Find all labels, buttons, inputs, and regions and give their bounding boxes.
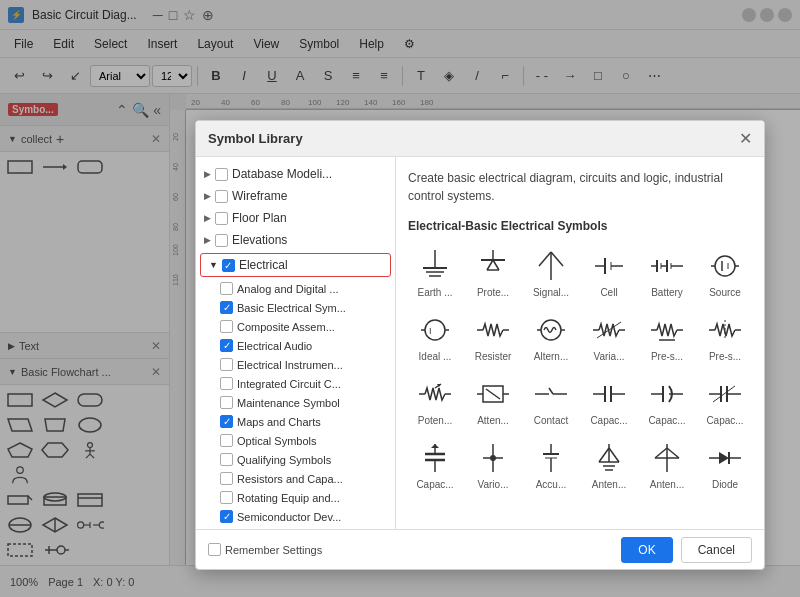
capac2-icon — [645, 375, 689, 413]
lib-sub-semiconductor[interactable]: ✓ Semiconductor Dev... — [196, 507, 395, 526]
remember-settings-checkbox[interactable] — [208, 543, 221, 556]
earth-label: Earth ... — [417, 287, 452, 299]
symbol-accu[interactable]: Accu... — [524, 435, 578, 495]
modal-footer: Remember Settings OK Cancel — [196, 529, 764, 569]
symbol-cell[interactable]: Cell — [582, 243, 636, 303]
lib-item-wireframe[interactable]: ▶ Wireframe — [196, 185, 395, 207]
lib-checkbox-basicelec[interactable]: ✓ — [220, 301, 233, 314]
altern-label: Altern... — [534, 351, 568, 363]
lib-checkbox-elevations[interactable] — [215, 234, 228, 247]
symbol-contact[interactable]: Contact — [524, 371, 578, 431]
lib-sub-maintenance[interactable]: Maintenance Symbol — [196, 393, 395, 412]
lib-checkbox-rotating[interactable] — [220, 491, 233, 504]
capac1-label: Capac... — [590, 415, 627, 427]
symbol-poten[interactable]: Poten... — [408, 371, 462, 431]
lib-item-electrical[interactable]: ▼ ✓ Electrical — [200, 253, 391, 277]
symbol-capac3[interactable]: Capac... — [698, 371, 752, 431]
symbol-signal[interactable]: Signal... — [524, 243, 578, 303]
symbol-anten2[interactable]: Anten... — [640, 435, 694, 495]
symbol-ideal[interactable]: I Ideal ... — [408, 307, 462, 367]
symbol-vario[interactable]: Vario... — [466, 435, 520, 495]
symbol-altern[interactable]: Altern... — [524, 307, 578, 367]
lib-label-elevations: Elevations — [232, 233, 287, 247]
lib-checkbox-analog[interactable] — [220, 282, 233, 295]
lib-checkbox-wireframe[interactable] — [215, 190, 228, 203]
lib-sub-instrumen[interactable]: Electrical Instrumen... — [196, 355, 395, 374]
accu-icon — [529, 439, 573, 477]
svg-point-89 — [715, 256, 735, 276]
lib-label-analog: Analog and Digital ... — [237, 283, 339, 295]
symbols-grid: Earth ... Prote... Signal... — [408, 243, 752, 495]
remember-settings-label: Remember Settings — [208, 543, 322, 556]
capac3-label: Capac... — [706, 415, 743, 427]
ok-btn[interactable]: OK — [621, 537, 672, 563]
lib-checkbox-floorplan[interactable] — [215, 212, 228, 225]
anten1-icon — [587, 439, 631, 477]
lib-item-database[interactable]: ▶ Database Modeli... — [196, 163, 395, 185]
symbol-earth[interactable]: Earth ... — [408, 243, 462, 303]
symbol-varia[interactable]: Varia... — [582, 307, 636, 367]
pres1-label: Pre-s... — [651, 351, 683, 363]
symbol-capac1[interactable]: Capac... — [582, 371, 636, 431]
lib-checkbox-instrumen[interactable] — [220, 358, 233, 371]
lib-sub-basicelec[interactable]: ✓ Basic Electrical Sym... — [196, 298, 395, 317]
modal-close-btn[interactable]: ✕ — [739, 129, 752, 148]
lib-label-floorplan: Floor Plan — [232, 211, 287, 225]
lib-checkbox-maintenance[interactable] — [220, 396, 233, 409]
lib-checkbox-audio[interactable]: ✓ — [220, 339, 233, 352]
capac2-label: Capac... — [648, 415, 685, 427]
lib-checkbox-database[interactable] — [215, 168, 228, 181]
lib-checkbox-electrical[interactable]: ✓ — [222, 259, 235, 272]
symbol-anten1[interactable]: Anten... — [582, 435, 636, 495]
lib-checkbox-composite[interactable] — [220, 320, 233, 333]
symbol-capac2[interactable]: Capac... — [640, 371, 694, 431]
lib-sub-integrated[interactable]: Integrated Circuit C... — [196, 374, 395, 393]
lib-sub-maps[interactable]: ✓ Maps and Charts — [196, 412, 395, 431]
anten1-label: Anten... — [592, 479, 626, 491]
lib-label-instrumen: Electrical Instrumen... — [237, 359, 343, 371]
signal-icon — [529, 247, 573, 285]
modal-body: ▶ Database Modeli... ▶ Wireframe ▶ Floor… — [196, 157, 764, 529]
cancel-btn[interactable]: Cancel — [681, 537, 752, 563]
symbol-pres1[interactable]: Pre-s... — [640, 307, 694, 367]
vario-icon — [471, 439, 515, 477]
protect-label: Prote... — [477, 287, 509, 299]
battery-icon — [645, 247, 689, 285]
svg-line-151 — [599, 448, 609, 462]
pres2-icon — [703, 311, 747, 349]
lib-label-electrical: Electrical — [239, 258, 288, 272]
symbol-diode[interactable]: Diode — [698, 435, 752, 495]
poten-icon — [413, 375, 457, 413]
lib-sub-rotating[interactable]: Rotating Equip and... — [196, 488, 395, 507]
svg-point-94 — [425, 320, 445, 340]
resister-icon — [471, 311, 515, 349]
lib-sub-resistors[interactable]: Resistors and Capa... — [196, 469, 395, 488]
lib-checkbox-resistors[interactable] — [220, 472, 233, 485]
svg-line-155 — [667, 448, 679, 458]
lib-checkbox-semiconductor[interactable]: ✓ — [220, 510, 233, 523]
lib-sub-qualifying[interactable]: Qualifying Symbols — [196, 450, 395, 469]
lib-sub-analog[interactable]: Analog and Digital ... — [196, 279, 395, 298]
lib-label-audio: Electrical Audio — [237, 340, 312, 352]
symbol-capac4[interactable]: Capac... — [408, 435, 462, 495]
lib-sub-composite[interactable]: Composite Assem... — [196, 317, 395, 336]
lib-sub-audio[interactable]: ✓ Electrical Audio — [196, 336, 395, 355]
svg-line-77 — [551, 252, 563, 266]
symbol-source[interactable]: Source — [698, 243, 752, 303]
accu-label: Accu... — [536, 479, 567, 491]
symbol-pres2[interactable]: Pre-s... — [698, 307, 752, 367]
lib-item-elevations[interactable]: ▶ Elevations — [196, 229, 395, 251]
symbol-battery[interactable]: Battery — [640, 243, 694, 303]
lib-item-floorplan[interactable]: ▶ Floor Plan — [196, 207, 395, 229]
lib-checkbox-optical[interactable] — [220, 434, 233, 447]
lib-checkbox-qualifying[interactable] — [220, 453, 233, 466]
symbol-resister[interactable]: Resister — [466, 307, 520, 367]
symbol-protect[interactable]: Prote... — [466, 243, 520, 303]
resister-label: Resister — [475, 351, 512, 363]
symbol-atten[interactable]: Atten... — [466, 371, 520, 431]
lib-label-resistors: Resistors and Capa... — [237, 473, 343, 485]
diode-icon — [703, 439, 747, 477]
lib-checkbox-maps[interactable]: ✓ — [220, 415, 233, 428]
lib-sub-optical[interactable]: Optical Symbols — [196, 431, 395, 450]
lib-checkbox-integrated[interactable] — [220, 377, 233, 390]
